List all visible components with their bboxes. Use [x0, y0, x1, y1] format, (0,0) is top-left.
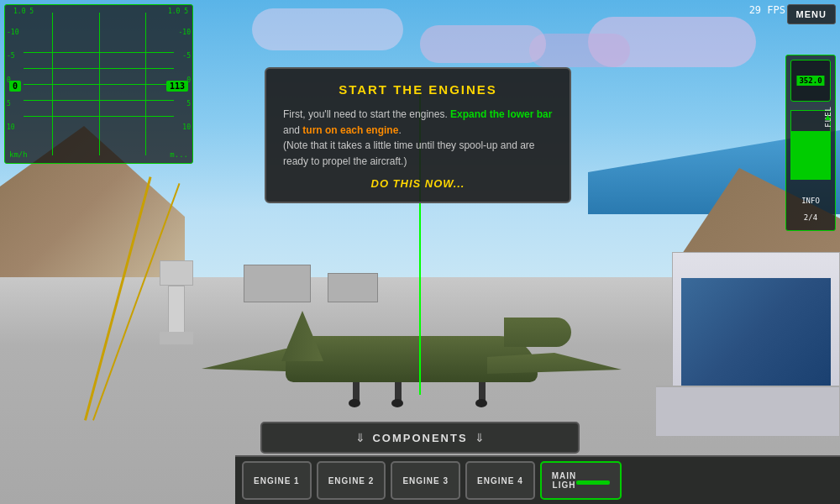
main-light-button[interactable]: MAINLIGH — [540, 461, 622, 500]
tutorial-text-3: . — [398, 124, 401, 136]
hud-right-inner: 352.0 FUEL ▲ ▼ INFO 2/4 — [786, 55, 835, 230]
hud-scale-num-4: 5 — [7, 100, 11, 108]
horizon-vert-1 — [52, 13, 53, 155]
tutorial-body: First, you'll need to start the engines.… — [283, 107, 553, 169]
tutorial-action[interactable]: DO THIS NOW... — [283, 177, 553, 190]
compass-value: 352.0 — [796, 76, 824, 86]
hud-speed-value: 0 — [9, 81, 21, 92]
hud-tick-tl: 1.0 5 — [13, 8, 34, 15]
wheel-1 — [349, 399, 360, 407]
tutorial-title: START THE ENGINES — [283, 82, 553, 97]
cloud-3 — [252, 8, 403, 50]
hud-scale-num-r1: -10 — [179, 29, 191, 36]
engine-1-button[interactable]: ENGINE 1 — [242, 461, 312, 500]
tutorial-text-1: First, you'll need to start the engines. — [283, 108, 450, 120]
components-arrow-right-icon: ⇓ — [475, 431, 485, 444]
engine-4-button[interactable]: ENGINE 4 — [465, 461, 535, 500]
airport-building — [672, 252, 840, 437]
wheel-3 — [475, 399, 487, 407]
info-label: INFO — [786, 197, 835, 205]
cloud-4 — [420, 25, 546, 63]
game-viewport: 29 FPS MENU 1.0 5 1.0 5 -10 -5 0 5 10 -1… — [0, 0, 840, 504]
fuel-arrow-down-icon: ▼ — [823, 168, 832, 178]
control-tower — [160, 260, 193, 344]
engine-2-button[interactable]: ENGINE 2 — [317, 461, 386, 500]
building-window — [681, 278, 831, 386]
engine-buttons-bar: ENGINE 1 ENGINE 2 ENGINE 3 ENGINE 4 MAIN… — [235, 455, 840, 504]
hud-tick-tr: 1.0 5 — [168, 8, 188, 15]
wheel-2 — [391, 399, 403, 407]
tutorial-highlight-turn-on: turn on each engine — [302, 124, 398, 136]
hud-speed-label: km/h — [9, 150, 28, 159]
components-arrow-left-icon: ⇓ — [355, 431, 365, 444]
info-value: 2/4 — [786, 213, 835, 222]
hud-altitude-label: m... — [170, 150, 188, 159]
horizon-vert-2 — [99, 13, 100, 155]
compass-display: 352.0 — [790, 60, 831, 102]
building-base — [656, 386, 839, 436]
components-label: COMPONENTS — [372, 432, 467, 444]
hud-scale-num-5: 10 — [7, 123, 15, 131]
tower-top — [160, 260, 193, 286]
components-bar[interactable]: ⇓ COMPONENTS ⇓ — [260, 422, 580, 454]
hud-grid: 1.0 5 1.0 5 -10 -5 0 5 10 -10 -5 0 5 10 … — [5, 5, 192, 163]
tower-base — [160, 332, 193, 344]
hud-right-panel: 352.0 FUEL ▲ ▼ INFO 2/4 — [785, 55, 836, 231]
hud-scale-num-r2: -5 — [182, 52, 191, 60]
aircraft-wing-right — [487, 353, 622, 374]
tutorial-note: (Note that it takes a little time until … — [283, 139, 535, 167]
hud-scale-num-2: -5 — [7, 52, 15, 60]
tutorial-text-2: and — [283, 124, 302, 136]
tutorial-dialog: START THE ENGINES First, you'll need to … — [265, 67, 571, 203]
horizon-vert-3 — [145, 13, 146, 155]
hud-left-panel: 1.0 5 1.0 5 -10 -5 0 5 10 -10 -5 0 5 10 … — [4, 4, 193, 164]
tutorial-highlight-expand: Expand the lower bar — [450, 108, 552, 120]
aircraft-nose — [504, 318, 571, 347]
hud-altitude-value: 113 — [166, 81, 188, 92]
fps-counter: 29 FPS — [749, 4, 785, 16]
engine-3-button[interactable]: ENGINE 3 — [391, 461, 460, 500]
fuel-arrow-up-icon: ▲ — [823, 112, 832, 122]
hud-scale-num-r4: 5 — [186, 100, 191, 108]
hud-scale-num-1: -10 — [7, 29, 18, 36]
menu-button[interactable]: MENU — [787, 4, 836, 24]
hud-scale-num-r5: 10 — [182, 123, 191, 131]
